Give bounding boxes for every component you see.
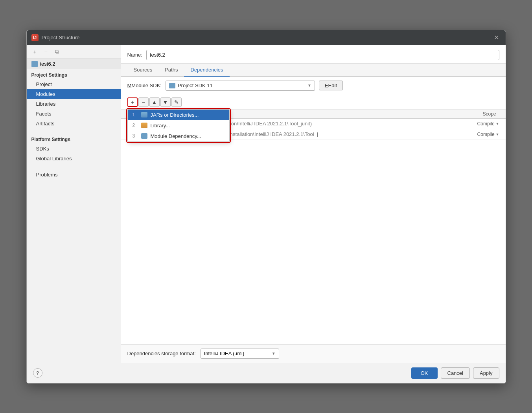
tabs-row: Sources Paths Dependencies (121, 64, 506, 77)
move-up-button[interactable]: ▲ (149, 97, 160, 107)
dropdown-item-label-jars: JARs or Directories... (151, 112, 199, 118)
dropdown-item-num-2: 2 (133, 123, 138, 128)
scope-arrow-icon-2: ▼ (496, 132, 499, 136)
module-dep-icon (141, 133, 147, 139)
copy-module-button[interactable]: ⧉ (52, 48, 62, 56)
dropdown-item-label-module: Module Dependency... (151, 133, 201, 139)
edit-sdk-button[interactable]: EEdit (319, 81, 343, 90)
platform-settings-header: Platform Settings (27, 134, 121, 144)
sidebar-item-problems[interactable]: Problems (27, 169, 121, 181)
sidebar-item-facets[interactable]: Facets (27, 109, 121, 119)
tab-dependencies[interactable]: Dependencies (184, 64, 229, 77)
sidebar-item-modules[interactable]: Modules (27, 89, 121, 99)
scope-arrow-icon-1: ▼ (496, 122, 499, 126)
tab-paths[interactable]: Paths (158, 64, 184, 77)
sdk-row: MModule SDK: Project SDK 11 ▼ EEdit (121, 77, 506, 95)
sdk-select-text: Project SDK 11 (178, 83, 305, 88)
name-row: Name: (121, 45, 506, 64)
storage-dropdown-arrow-icon: ▼ (272, 351, 276, 356)
dependencies-table: junit-4.13.2.jar (D:\ApplicationInstalla… (121, 119, 506, 344)
help-button[interactable]: ? (33, 368, 42, 378)
sidebar-item-artifacts[interactable]: Artifacts (27, 119, 121, 128)
title-bar-left: IJ Project Structure (31, 34, 80, 41)
library-icon (141, 123, 147, 128)
remove-module-button[interactable]: − (41, 48, 51, 56)
storage-select-text: IntelliJ IDEA (.iml) (204, 351, 269, 356)
dialog-title: Project Structure (42, 35, 80, 40)
cancel-button[interactable]: Cancel (441, 367, 470, 379)
add-module-button[interactable]: + (30, 48, 40, 56)
dep-scope-2: Compile ▼ (477, 132, 499, 137)
sidebar-item-project[interactable]: Project (27, 79, 121, 89)
sidebar-item-global-libraries[interactable]: Global Libraries (27, 154, 121, 163)
name-label: Name: (127, 52, 142, 58)
sidebar-toolbar: + − ⧉ (27, 45, 121, 59)
sidebar-divider-2 (27, 166, 121, 166)
move-down-button[interactable]: ▼ (160, 97, 171, 107)
ok-button[interactable]: OK (411, 367, 438, 379)
bottom-buttons: OK Cancel Apply (411, 367, 499, 379)
close-button[interactable]: ✕ (492, 33, 501, 42)
sdk-select[interactable]: Project SDK 11 ▼ (166, 81, 315, 91)
apply-button[interactable]: Apply (473, 367, 499, 379)
storage-label: Dependencies storage format: (127, 351, 196, 356)
sidebar: + − ⧉ test6.2 Project Settings Project M… (27, 45, 121, 363)
sdk-folder-icon (169, 83, 175, 88)
title-bar: IJ Project Structure ✕ (27, 30, 506, 45)
storage-row: Dependencies storage format: IntelliJ ID… (121, 344, 506, 363)
add-dependency-dropdown: 1 JARs or Directories... 2 Library... 3 (127, 109, 230, 142)
sidebar-item-libraries[interactable]: Libraries (27, 99, 121, 109)
project-structure-dialog: IJ Project Structure ✕ + − ⧉ test6.2 Pro… (26, 30, 506, 384)
dropdown-item-jars[interactable]: 1 JARs or Directories... (128, 110, 229, 120)
edit-dependency-button[interactable]: ✎ (171, 97, 182, 107)
dropdown-item-module[interactable]: 3 Module Dependency... (128, 131, 229, 141)
content-panel: Name: Sources Paths Dependencies MModule… (121, 45, 506, 363)
dependencies-content: MModule SDK: Project SDK 11 ▼ EEdit + − (121, 77, 506, 363)
dep-scope-1: Compile ▼ (477, 121, 499, 127)
project-settings-header: Project Settings (27, 69, 121, 79)
sdk-dropdown-arrow-icon: ▼ (307, 83, 311, 88)
jar-icon (141, 112, 147, 117)
dropdown-item-label-library: Library... (151, 123, 170, 128)
bottom-bar: ? OK Cancel Apply (27, 363, 506, 383)
sdk-label: MModule SDK: (127, 83, 162, 88)
name-input[interactable] (146, 50, 499, 60)
storage-select[interactable]: IntelliJ IDEA (.iml) ▼ (201, 349, 279, 359)
dropdown-item-num-1: 1 (133, 112, 138, 117)
app-icon: IJ (31, 34, 39, 41)
dropdown-item-num-3: 3 (133, 133, 138, 139)
dep-toolbar: + − ▲ ▼ ✎ 1 JARs or Directories... 2 (121, 95, 506, 110)
main-content: + − ⧉ test6.2 Project Settings Project M… (27, 45, 506, 363)
module-icon (31, 61, 38, 67)
add-dependency-button[interactable]: + (127, 97, 138, 107)
scope-column-header: Scope (482, 111, 496, 117)
module-item[interactable]: test6.2 (27, 59, 121, 69)
dropdown-item-library[interactable]: 2 Library... (128, 120, 229, 131)
tab-sources[interactable]: Sources (127, 64, 159, 77)
sidebar-item-sdks[interactable]: SDKs (27, 144, 121, 154)
module-name: test6.2 (40, 61, 55, 67)
remove-dependency-button[interactable]: − (138, 97, 149, 107)
sidebar-divider-1 (27, 131, 121, 131)
